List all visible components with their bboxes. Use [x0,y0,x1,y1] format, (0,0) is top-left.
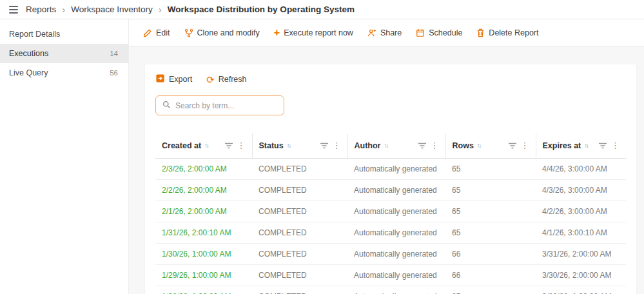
filter-icon[interactable] [509,142,516,149]
author-cell: Automatically generated [347,158,445,179]
delete-report-button[interactable]: Delete Report [476,28,538,37]
sidebar: Report Details Executions 14 Live Query … [0,19,129,294]
filter-icon[interactable] [225,142,233,149]
sidebar-item-label: Executions [9,49,48,58]
created-at-link[interactable]: 2/1/26, 2:00:00 AM [162,207,227,216]
breadcrumb-reports[interactable]: Reports [26,5,56,14]
rows-cell: 65 [445,179,536,201]
executions-table-body: 2/3/26, 2:00:00 AM COMPLETED Automatical… [155,158,626,294]
created-at-link[interactable]: 1/29/26, 1:00:00 AM [162,271,231,280]
export-button[interactable]: Export [155,74,192,85]
filter-icon[interactable] [418,142,426,149]
rows-cell: 66 [445,243,536,264]
main-area: Edit Clone and modify + Execute report n… [129,19,644,294]
share-icon [367,28,376,37]
search-icon [162,101,171,111]
sidebar-item-report-details[interactable]: Report Details [0,24,128,44]
table-row[interactable]: 1/29/26, 1:00:00 AM COMPLETED Automatica… [155,264,626,286]
created-at-link[interactable]: 1/28/26, 1:00:00 AM [162,292,231,294]
column-created-at[interactable]: Created at ↑↓ ⋮ [155,133,252,158]
status-cell: COMPLETED [252,286,347,294]
column-label: Rows [453,141,474,150]
filter-icon[interactable] [320,142,328,149]
table-row[interactable]: 1/30/26, 1:00:00 AM COMPLETED Automatica… [155,243,626,264]
rows-cell: 65 [445,286,536,294]
schedule-icon [416,28,425,37]
sort-icon[interactable]: ↑↓ [204,142,210,149]
table-row[interactable]: 2/1/26, 2:00:00 AM COMPLETED Automatical… [155,201,626,222]
column-menu-icon[interactable]: ⋮ [520,141,531,150]
author-cell: Automatically generated [347,264,445,286]
sidebar-item-executions[interactable]: Executions 14 [0,44,128,63]
expires-cell: 4/1/26, 3:00:10 AM [536,222,626,243]
author-cell: Automatically generated [347,179,445,201]
status-cell: COMPLETED [252,222,347,243]
created-at-link[interactable]: 1/30/26, 1:00:00 AM [162,250,231,259]
execute-report-button[interactable]: + Execute report now [274,28,353,38]
column-menu-icon[interactable]: ⋮ [236,141,247,150]
executions-card: Export ⟳ Refresh [145,64,636,294]
executions-table: Created at ↑↓ ⋮ Status ↑↓ ⋮ [155,133,626,294]
status-cell: COMPLETED [252,201,347,222]
column-menu-icon[interactable]: ⋮ [610,141,621,150]
expires-cell: 4/2/26, 3:00:00 AM [536,201,626,222]
sort-icon[interactable]: ↑↓ [584,142,589,149]
created-at-link[interactable]: 2/2/26, 2:00:00 AM [162,186,227,195]
created-at-link[interactable]: 1/31/26, 2:00:10 AM [162,228,231,237]
column-label: Status [259,141,284,150]
sidebar-item-count: 56 [110,69,118,77]
expires-cell: 3/31/26, 2:00:00 AM [536,243,626,264]
schedule-button[interactable]: Schedule [416,28,462,37]
column-label: Author [355,141,381,150]
rows-cell: 65 [445,222,536,243]
column-expires-at[interactable]: Expires at ↑↓ ⋮ [536,133,626,158]
breadcrumb: Reports › Workspace Inventory › Workspac… [26,4,355,15]
table-row[interactable]: 2/3/26, 2:00:00 AM COMPLETED Automatical… [155,158,626,179]
sort-icon[interactable]: ↑↓ [287,142,292,149]
column-menu-icon[interactable]: ⋮ [429,141,440,150]
sort-icon[interactable]: ↑↓ [477,142,482,149]
sidebar-item-live-query[interactable]: Live Query 56 [0,63,128,83]
column-label: Created at [162,141,201,150]
created-at-link[interactable]: 2/3/26, 2:00:00 AM [162,164,227,173]
share-label: Share [380,28,402,37]
status-cell: COMPLETED [252,243,347,264]
expires-cell: 4/4/26, 3:00:00 AM [536,158,626,179]
table-row[interactable]: 1/28/26, 1:00:00 AM COMPLETED Automatica… [155,286,626,294]
status-cell: COMPLETED [252,179,347,201]
column-author[interactable]: Author ↑↓ ⋮ [347,133,445,158]
author-cell: Automatically generated [347,201,445,222]
table-header: Created at ↑↓ ⋮ Status ↑↓ ⋮ [155,133,626,158]
card-toolbar: Export ⟳ Refresh [155,74,626,85]
author-cell: Automatically generated [347,222,445,243]
report-action-bar: Edit Clone and modify + Execute report n… [129,19,644,46]
refresh-icon: ⟳ [206,75,215,84]
plus-icon: + [274,28,280,38]
executions-content: Export ⟳ Refresh [129,46,644,294]
author-cell: Automatically generated [347,243,445,264]
edit-button[interactable]: Edit [143,28,170,37]
execute-label: Execute report now [284,28,353,37]
sort-icon[interactable]: ↑↓ [384,142,389,149]
table-row[interactable]: 1/31/26, 2:00:10 AM COMPLETED Automatica… [155,222,626,243]
topbar: Reports › Workspace Inventory › Workspac… [0,0,644,19]
search-input[interactable] [175,101,277,110]
refresh-button[interactable]: ⟳ Refresh [206,75,246,84]
rows-cell: 65 [445,158,536,179]
refresh-label: Refresh [219,75,247,84]
column-menu-icon[interactable]: ⋮ [331,141,342,150]
breadcrumb-current-page: Workspace Distribution by Operating Syst… [168,5,355,14]
column-status[interactable]: Status ↑↓ ⋮ [252,133,347,158]
table-row[interactable]: 2/2/26, 2:00:00 AM COMPLETED Automatical… [155,179,626,201]
menu-icon[interactable] [9,6,18,14]
column-label: Expires at [543,141,581,150]
breadcrumb-workspace-inventory[interactable]: Workspace Inventory [71,5,153,14]
rows-cell: 66 [445,264,536,286]
share-button[interactable]: Share [367,28,402,37]
clone-and-modify-button[interactable]: Clone and modify [184,28,260,37]
breadcrumb-separator: › [62,4,65,15]
author-cell: Automatically generated [347,286,445,294]
column-rows[interactable]: Rows ↑↓ ⋮ [445,133,536,158]
filter-icon[interactable] [599,142,607,149]
delete-label: Delete Report [489,28,538,37]
